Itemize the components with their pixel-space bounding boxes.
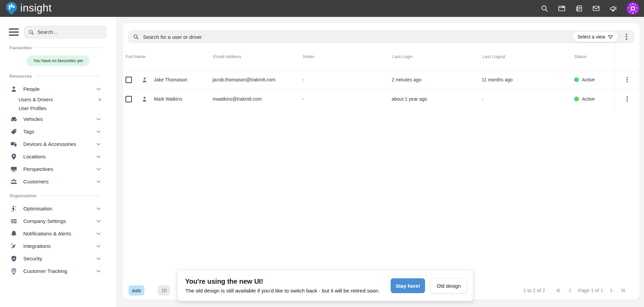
row-checkbox[interactable] xyxy=(125,77,132,83)
sidebar-item-users-drivers[interactable]: Users & Drivers ★ xyxy=(0,95,116,104)
user-last-logout: 11 months ago xyxy=(482,77,572,82)
sidebar-search[interactable] xyxy=(24,26,107,39)
sidebar-item-company-settings[interactable]: Company Settings xyxy=(0,215,116,227)
vehicle-icon xyxy=(10,116,18,123)
table-toolbar: Select a view xyxy=(128,30,634,43)
person-icon xyxy=(141,96,148,103)
sidebar-item-user-profiles[interactable]: User Profiles xyxy=(0,104,116,113)
old-design-button[interactable]: Old design xyxy=(430,278,467,293)
user-full-name: Jake Thomason xyxy=(154,77,187,82)
sidebar-item-customers[interactable]: Customers xyxy=(0,175,116,188)
user-search-input[interactable] xyxy=(143,34,568,40)
organisation-nav: Optimisation Company Settings Notificati… xyxy=(0,202,116,277)
sidebar-item-locations[interactable]: Locations xyxy=(0,150,116,163)
news-icon[interactable] xyxy=(575,4,583,12)
row-kebab-menu[interactable] xyxy=(623,94,631,104)
chevron-down-icon xyxy=(96,154,101,159)
triangle-down-icon xyxy=(608,35,613,39)
sidebar-item-tags[interactable]: Tags xyxy=(0,125,116,138)
logo-pin-icon xyxy=(5,2,18,15)
sidebar-search-input[interactable] xyxy=(37,29,102,35)
section-organisation: Organisation xyxy=(9,193,101,198)
user-last-login: about 1 year ago xyxy=(392,96,482,102)
column-header-last-logout[interactable]: Last Logout xyxy=(482,54,572,59)
favourite-star-icon[interactable]: ★ xyxy=(97,97,103,103)
table-row[interactable]: Mark Watkins mwatkins@trakm8.com - about… xyxy=(123,89,640,108)
bell-icon xyxy=(10,230,18,237)
chevron-down-icon xyxy=(96,129,101,134)
pagination: 1 to 2 of 2 Page 1 of 1 xyxy=(523,287,626,294)
tag-icon xyxy=(10,128,18,135)
favourites-empty-message: You have no favourites yet xyxy=(27,55,90,66)
page-size-10-button[interactable]: 10 xyxy=(158,285,170,296)
sidebar-item-security[interactable]: Security xyxy=(0,252,116,265)
stay-here-button[interactable]: Stay here! xyxy=(391,278,425,293)
chevron-down-icon xyxy=(96,117,101,122)
search-icon[interactable] xyxy=(540,4,549,12)
announcement-icon[interactable] xyxy=(609,4,617,12)
resources-nav: People Users & Drivers ★ User Profiles V… xyxy=(0,83,116,188)
column-header-full-name[interactable]: Full Name xyxy=(123,54,213,59)
sidebar-item-integrations[interactable]: Integrations xyxy=(0,240,116,252)
sidebar-item-devices[interactable]: Devices & Accessories xyxy=(0,138,116,150)
page-label: Page 1 of 1 xyxy=(578,288,603,293)
column-header-status[interactable]: Status xyxy=(572,54,614,59)
person-icon xyxy=(10,85,18,93)
column-header-notes[interactable]: Notes xyxy=(302,54,392,59)
users-drivers-panel: Select a view Full Name Email Address No… xyxy=(123,23,640,300)
status-badge: Active xyxy=(582,77,595,82)
new-ui-toast: You're using the new UI! The old design … xyxy=(178,271,473,301)
toast-title: You're using the new UI! xyxy=(185,278,385,285)
toolbar-kebab-menu[interactable] xyxy=(622,32,631,42)
column-header-actions xyxy=(614,43,640,70)
person-icon xyxy=(141,76,148,83)
status-badge: Active xyxy=(582,96,595,102)
user-email: jacob.thomason@trakm8.com xyxy=(213,77,302,82)
chevron-down-icon xyxy=(96,167,101,172)
last-page-button[interactable] xyxy=(619,287,626,294)
next-page-button[interactable] xyxy=(608,287,615,294)
row-kebab-menu[interactable] xyxy=(623,75,631,84)
previous-page-button[interactable] xyxy=(567,287,573,294)
table-header-row: Full Name Email Address Notes Last Login… xyxy=(123,43,640,70)
page-size-auto-button[interactable]: auto xyxy=(129,285,144,296)
chevron-down-icon xyxy=(96,231,101,236)
chevron-down-icon xyxy=(96,256,101,261)
chevron-down-icon xyxy=(96,179,101,184)
sidebar: Favourites You have no favourites yet Re… xyxy=(0,17,116,307)
status-dot xyxy=(574,77,579,82)
apps-window-icon[interactable] xyxy=(558,4,566,12)
sidebar-item-optimisation[interactable]: Optimisation xyxy=(0,202,116,215)
sidebar-item-customer-tracking[interactable]: Customer Tracking xyxy=(0,265,116,277)
chevron-down-icon xyxy=(96,219,101,224)
chevron-down-icon xyxy=(96,142,101,147)
shield-check-icon xyxy=(10,255,18,262)
sidebar-item-notifications[interactable]: Notifications & Alerts xyxy=(0,227,116,240)
tracking-pin-icon xyxy=(10,267,18,275)
sidebar-item-perspectives[interactable]: Perspectives xyxy=(0,163,116,175)
devices-icon xyxy=(10,140,18,148)
sidebar-item-people[interactable]: People xyxy=(0,83,116,95)
range-label: 1 to 2 of 2 xyxy=(523,288,545,293)
column-header-email[interactable]: Email Address xyxy=(213,54,302,59)
status-dot xyxy=(574,97,579,101)
column-header-last-login[interactable]: Last Login xyxy=(392,54,482,59)
user-avatar[interactable] xyxy=(626,2,639,15)
select-view-button[interactable]: Select a view xyxy=(572,32,618,42)
app-logo: insight xyxy=(5,2,52,15)
first-page-button[interactable] xyxy=(555,287,562,294)
people-group-icon xyxy=(10,178,18,185)
section-resources: Resources xyxy=(9,74,101,79)
section-favourites: Favourites xyxy=(9,45,101,50)
table-row[interactable]: Jake Thomason jacob.thomason@trakm8.com … xyxy=(123,70,640,89)
user-last-login: 2 minutes ago xyxy=(392,77,482,82)
sidebar-item-vehicles[interactable]: Vehicles xyxy=(0,113,116,125)
row-checkbox[interactable] xyxy=(125,96,132,102)
mail-icon[interactable] xyxy=(592,4,600,12)
user-email: mwatkins@trakm8.com xyxy=(213,96,302,102)
menu-hamburger-icon[interactable] xyxy=(9,27,19,37)
user-full-name: Mark Watkins xyxy=(154,96,182,102)
user-last-logout: - xyxy=(482,96,572,102)
chevron-down-icon xyxy=(96,268,101,274)
location-pin-icon xyxy=(10,153,18,160)
